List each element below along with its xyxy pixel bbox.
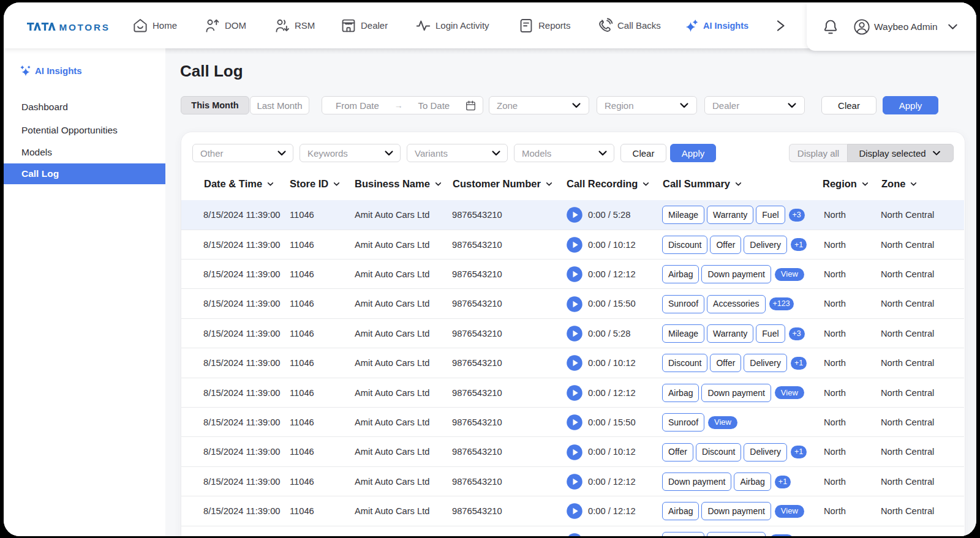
svg-text:MOTORS: MOTORS bbox=[59, 23, 110, 31]
